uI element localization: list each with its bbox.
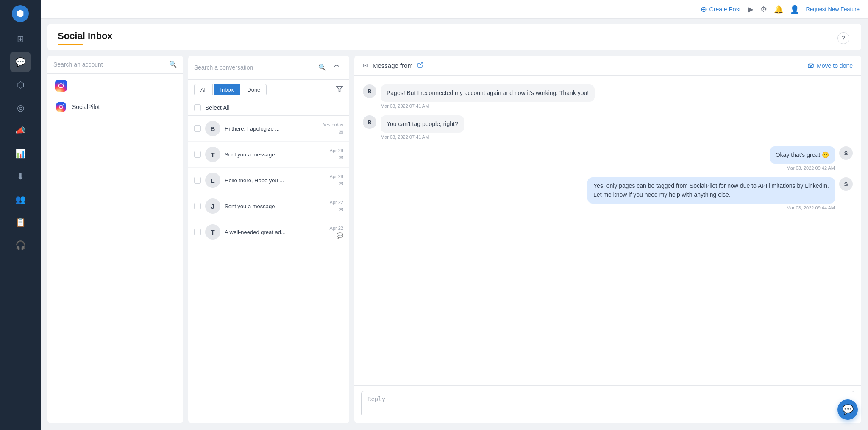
request-feature-link[interactable]: Request New Feature: [806, 6, 860, 12]
conversations-panel: 🔍 All Inbox Done: [188, 56, 349, 423]
conv-checkbox-1[interactable]: [194, 151, 201, 158]
conv-body-4: A well-needed great ad...: [225, 229, 326, 235]
sidebar-item-download[interactable]: ⬇: [10, 166, 31, 187]
conv-date-1: Apr 29: [330, 148, 343, 153]
conversation-item-0[interactable]: B Hi there, I apologize ... Yesterday ✉: [188, 116, 349, 142]
conv-checkbox-4[interactable]: [194, 229, 201, 235]
sidebar: ⊞ 💬 ⬡ ◎ 📣 📊 ⬇ 👥 📋 🎧: [0, 0, 41, 430]
msg-bubble-2: Okay that's great 🙂: [770, 146, 835, 164]
account-item-socialpilot[interactable]: SocialPilot: [47, 95, 183, 119]
account-search-input[interactable]: [53, 61, 166, 68]
msg-avatar-1: B: [363, 115, 376, 129]
conv-checkbox-3[interactable]: [194, 203, 201, 209]
msg-avatar-3: S: [839, 177, 853, 191]
msg-avatar-2: S: [839, 146, 853, 160]
message-row-1: B You can't tag people, right? Mar 03, 2…: [363, 115, 853, 140]
topbar-notifications-icon[interactable]: 🔔: [774, 5, 783, 14]
refresh-button[interactable]: [330, 61, 343, 74]
msg-time-3: Mar 03, 2022 09:44 AM: [587, 205, 835, 210]
account-instagram-icon: [54, 100, 68, 114]
select-all-checkbox[interactable]: [194, 104, 201, 111]
conv-meta-1: Apr 29 ✉: [330, 148, 343, 161]
msg-content-1: You can't tag people, right? Mar 03, 202…: [381, 115, 464, 140]
account-search-icon: 🔍: [169, 61, 177, 68]
page-wrapper: Social Inbox ? 🔍: [41, 19, 868, 430]
conv-type-icon-0: ✉: [339, 129, 343, 135]
sidebar-item-dashboard[interactable]: ⊞: [10, 29, 31, 49]
conv-date-2: Apr 28: [330, 174, 343, 179]
conv-preview-1: Sent you a message: [225, 151, 326, 158]
sidebar-item-list[interactable]: 📋: [10, 212, 31, 232]
page-title-underline: [58, 44, 83, 45]
external-link-icon[interactable]: [417, 61, 424, 70]
conv-preview-4: A well-needed great ad...: [225, 229, 326, 235]
message-from-label: Message from: [373, 62, 413, 69]
conv-checkbox-2[interactable]: [194, 177, 201, 184]
create-post-button[interactable]: ⊕ Create Post: [701, 5, 741, 14]
sidebar-item-inbox[interactable]: 💬: [10, 52, 31, 72]
accounts-panel: 🔍: [47, 56, 183, 423]
conv-meta-2: Apr 28 ✉: [330, 174, 343, 187]
topbar-video-icon[interactable]: ▶: [748, 5, 754, 14]
conv-avatar-1: T: [205, 147, 220, 162]
sidebar-item-targets[interactable]: ◎: [10, 98, 31, 118]
reply-input[interactable]: [361, 391, 854, 416]
conversation-list: B Hi there, I apologize ... Yesterday ✉ …: [188, 116, 349, 423]
conversation-tabs: All Inbox Done: [188, 80, 349, 100]
message-thread: B Pages! But I reconnected my account ag…: [354, 76, 861, 385]
page-title-section: Social Inbox: [58, 31, 113, 50]
topbar-profile-icon[interactable]: 👤: [790, 5, 799, 14]
sidebar-item-support[interactable]: 🎧: [10, 235, 31, 255]
svg-point-2: [63, 82, 64, 83]
conv-meta-4: Apr 22 💬: [330, 226, 343, 239]
message-header-left: ✉ Message from: [363, 61, 424, 70]
help-icon[interactable]: ?: [837, 32, 849, 44]
sidebar-item-analytics[interactable]: 📊: [10, 143, 31, 164]
conversation-item-3[interactable]: J Sent you a message Apr 22 ✉: [188, 193, 349, 219]
msg-bubble-3: Yes, only pages can be tagged from Socia…: [587, 177, 835, 204]
svg-line-7: [420, 62, 423, 65]
topbar: ⊕ Create Post ▶ ⚙ 🔔 👤 Request New Featur…: [41, 0, 868, 19]
filter-button[interactable]: [336, 85, 343, 95]
msg-content-3: Yes, only pages can be tagged from Socia…: [587, 177, 835, 210]
conversation-search-input[interactable]: [194, 64, 315, 71]
move-to-done-button[interactable]: Move to done: [807, 62, 853, 69]
msg-bubble-0: Pages! But I reconnected my account agai…: [381, 84, 595, 102]
conv-avatar-3: J: [205, 198, 220, 214]
conv-avatar-2: L: [205, 173, 220, 188]
conv-type-icon-2: ✉: [339, 181, 343, 187]
sidebar-item-team[interactable]: 👥: [10, 189, 31, 209]
columns: 🔍: [47, 56, 861, 423]
conversation-item-2[interactable]: L Hello there, Hope you ... Apr 28 ✉: [188, 168, 349, 193]
svg-marker-6: [337, 86, 343, 92]
conv-avatar-0: B: [205, 121, 220, 136]
msg-bubble-1: You can't tag people, right?: [381, 115, 464, 133]
conversation-search-icon: 🔍: [318, 64, 326, 71]
tab-inbox[interactable]: Inbox: [214, 84, 240, 95]
app-logo[interactable]: [12, 5, 29, 22]
msg-avatar-0: B: [363, 84, 376, 98]
create-post-label: Create Post: [709, 6, 741, 13]
conv-body-3: Sent you a message: [225, 203, 326, 209]
chat-float-button[interactable]: 💬: [837, 399, 858, 420]
message-row-3: S Yes, only pages can be tagged from Soc…: [363, 177, 853, 210]
msg-time-2: Mar 03, 2022 09:42 AM: [770, 165, 835, 170]
page-title: Social Inbox: [58, 31, 113, 42]
msg-time-0: Mar 03, 2022 07:41 AM: [381, 103, 595, 109]
msg-content-0: Pages! But I reconnected my account agai…: [381, 84, 595, 109]
conversation-item-4[interactable]: T A well-needed great ad... Apr 22 💬: [188, 219, 349, 245]
plus-icon: ⊕: [701, 5, 707, 14]
page-header: Social Inbox ?: [47, 24, 861, 50]
message-panel: ✉ Message from: [354, 56, 861, 423]
topbar-settings-icon[interactable]: ⚙: [760, 5, 767, 14]
sidebar-item-campaigns[interactable]: 📣: [10, 120, 31, 141]
sidebar-item-network[interactable]: ⬡: [10, 75, 31, 95]
tab-all[interactable]: All: [194, 84, 213, 95]
conv-avatar-4: T: [205, 224, 220, 240]
conv-checkbox-0[interactable]: [194, 125, 201, 132]
conv-type-icon-4: 💬: [337, 232, 343, 239]
tab-done[interactable]: Done: [241, 84, 267, 95]
conversation-item-1[interactable]: T Sent you a message Apr 29 ✉: [188, 142, 349, 168]
instagram-logo[interactable]: [53, 78, 69, 93]
conv-meta-0: Yesterday ✉: [323, 122, 343, 135]
